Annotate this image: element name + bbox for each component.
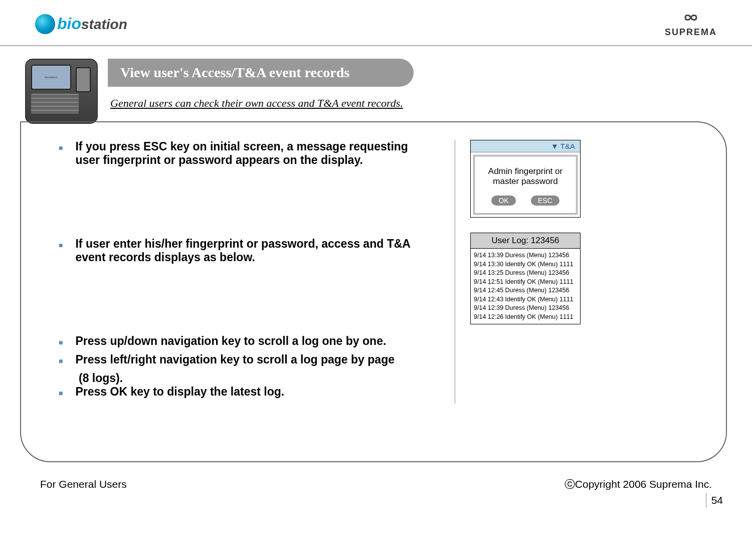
bullet-marker-icon: ■ bbox=[59, 241, 63, 249]
log-screen-title: User Log: 123456 bbox=[471, 233, 580, 249]
bullet-marker-icon: ■ bbox=[59, 338, 63, 346]
prompt-screen-header: ▼ T&A bbox=[471, 140, 580, 152]
ta-label: T&A bbox=[560, 142, 575, 150]
bullet-marker-icon: ■ bbox=[59, 389, 63, 397]
content-box: ■ If you press ESC key on initial screen… bbox=[20, 121, 727, 462]
biostation-logo: biostation bbox=[35, 14, 127, 34]
bullet-3-text: Press up/down navigation key to scroll a… bbox=[75, 334, 386, 348]
bullet-4: ■ Press left/right navigation key to scr… bbox=[59, 353, 430, 366]
bullet-2: ■ If user enter his/her fingerprint or p… bbox=[59, 237, 430, 264]
thumb-screen: biostation bbox=[31, 65, 71, 90]
footer-left: For General Users bbox=[40, 478, 127, 490]
suprema-logo: SUPREMA bbox=[665, 10, 717, 38]
log-row: 9/14 12:45 Duress (Menu) 123456 bbox=[474, 286, 577, 295]
ok-button[interactable]: OK bbox=[491, 196, 515, 206]
log-row: 9/14 12:51 Identify OK (Menu) 1111 bbox=[474, 278, 577, 287]
bullet-marker-icon: ■ bbox=[59, 144, 63, 152]
log-row: 9/14 13:30 Identify OK (Menu) 1111 bbox=[474, 260, 577, 269]
bullet-1: ■ If you press ESC key on initial screen… bbox=[59, 140, 430, 167]
log-row: 9/14 12:26 Identify OK (Menu) 1111 bbox=[474, 313, 577, 322]
bullet-5: ■ Press OK key to display the latest log… bbox=[59, 385, 430, 399]
prompt-screen: ▼ T&A Admin fingerprint or master passwo… bbox=[470, 140, 581, 218]
infinity-icon bbox=[665, 10, 717, 27]
log-body: 9/14 13:39 Duress (Menu) 123456 9/14 13:… bbox=[471, 249, 580, 324]
log-screen: User Log: 123456 9/14 13:39 Duress (Menu… bbox=[470, 233, 581, 324]
title-section: biostation View user's Access/T&A event … bbox=[25, 59, 752, 124]
log-row: 9/14 13:25 Duress (Menu) 123456 bbox=[474, 269, 577, 278]
prompt-message: Admin fingerprint or master password bbox=[480, 166, 571, 186]
left-column: ■ If you press ESC key on initial screen… bbox=[59, 140, 430, 404]
swirl-icon bbox=[35, 14, 55, 34]
page-subtitle: General users can check their own access… bbox=[110, 97, 414, 110]
footer-right: ⓒCopyright 2006 Suprema Inc. bbox=[565, 477, 712, 491]
page-title: View user's Access/T&A event records bbox=[108, 59, 414, 87]
suprema-text: SUPREMA bbox=[665, 27, 717, 38]
right-column: ▼ T&A Admin fingerprint or master passwo… bbox=[455, 140, 585, 404]
log-row: 9/14 13:39 Duress (Menu) 123456 bbox=[474, 251, 577, 260]
thumb-sensor bbox=[76, 67, 91, 92]
log-row: 9/14 12:43 Identify OK (Menu) 1111 bbox=[474, 295, 577, 304]
device-thumbnail: biostation bbox=[25, 59, 98, 124]
triangle-down-icon: ▼ bbox=[551, 142, 558, 150]
page-number: 54 bbox=[706, 493, 723, 507]
thumb-keys bbox=[31, 94, 79, 114]
bullet-4-text: Press left/right navigation key to scrol… bbox=[75, 353, 395, 366]
bullet-marker-icon: ■ bbox=[59, 357, 63, 365]
bullet-4-continuation: (8 logs). bbox=[79, 371, 430, 385]
bullet-5-text: Press OK key to display the latest log. bbox=[75, 385, 284, 399]
bullet-1-text: If you press ESC key on initial screen, … bbox=[75, 140, 430, 167]
log-row: 9/14 12:39 Duress (Menu) 123456 bbox=[474, 304, 577, 313]
page-header: biostation SUPREMA bbox=[0, 0, 752, 46]
bullet-2-text: If user enter his/her fingerprint or pas… bbox=[75, 237, 430, 264]
bullet-3: ■ Press up/down navigation key to scroll… bbox=[59, 334, 430, 348]
esc-button[interactable]: ESC bbox=[531, 196, 559, 206]
page-footer: For General Users ⓒCopyright 2006 Suprem… bbox=[0, 477, 752, 491]
